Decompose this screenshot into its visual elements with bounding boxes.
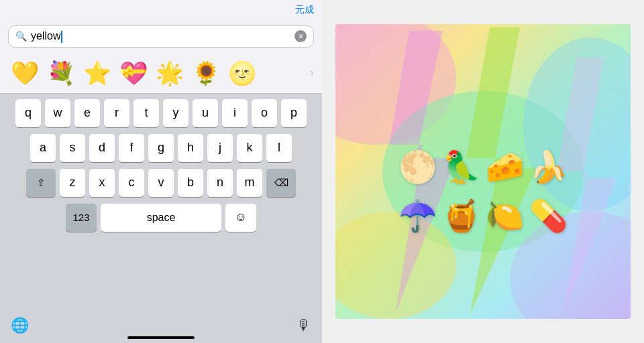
album-emoji-pill: 💊 (529, 198, 568, 234)
key-c[interactable]: c (119, 169, 144, 197)
clear-button[interactable]: ✕ (294, 30, 307, 42)
key-j[interactable]: j (207, 134, 233, 162)
globe-icon[interactable]: 🌐 (11, 317, 29, 334)
key-r[interactable]: r (104, 99, 129, 127)
space-key[interactable]: space (101, 204, 221, 232)
numbers-key[interactable]: 123 (66, 204, 97, 232)
key-m[interactable]: m (237, 169, 262, 197)
key-e[interactable]: e (74, 99, 100, 127)
scroll-arrow-icon: › (310, 66, 314, 80)
key-d[interactable]: d (89, 134, 115, 162)
album-emoji-lemon: 🍋 (486, 198, 524, 234)
keyboard-area: q w e r t y u i o p a s d f g h j k l ⇧ … (0, 94, 322, 308)
key-a[interactable]: a (30, 134, 56, 162)
emoji-result-heartsparkle[interactable]: 💝 (117, 58, 150, 88)
album-emoji-cheese: 🧀 (486, 149, 524, 185)
key-w[interactable]: w (45, 99, 70, 127)
album-emoji-umbrella: ☂️ (398, 198, 437, 234)
key-l[interactable]: l (266, 134, 292, 162)
album-panel: 🌕 🦜 🧀 🍌 ☂️ 🍯 🍋 💊 (322, 0, 644, 343)
key-z[interactable]: z (60, 169, 85, 197)
album-emoji-grid-bottom: ☂️ 🍯 🍋 💊 (392, 191, 574, 241)
emoji-results-row: 💛 💐 ⭐ 💝 🌟 🌻 🌝 › (0, 53, 322, 94)
emoji-result-heart[interactable]: 💛 (8, 58, 42, 88)
key-row-4: 123 space ☺ (3, 204, 319, 232)
key-row-3: ⇧ z x c v b n m ⌫ (3, 169, 319, 197)
album-emoji-honey: 🍯 (442, 198, 480, 234)
emoji-result-sunflower[interactable]: 🌻 (189, 58, 223, 88)
keyboard-panel: 元成 🔍 yellow ✕ 💛 💐 ⭐ 💝 🌟 🌻 🌝 › q w e r t … (0, 0, 322, 343)
search-bar: 🔍 yellow ✕ (0, 20, 322, 53)
key-b[interactable]: b (178, 169, 203, 197)
album-emoji-ball: 🌕 (398, 149, 437, 185)
key-k[interactable]: k (237, 134, 262, 162)
top-bar: 元成 (0, 0, 322, 20)
key-p[interactable]: p (281, 99, 307, 127)
key-y[interactable]: y (163, 99, 189, 127)
emoji-key[interactable]: ☺ (225, 204, 256, 232)
search-container[interactable]: 🔍 yellow ✕ (8, 25, 314, 48)
action-label[interactable]: 元成 (295, 4, 314, 16)
key-g[interactable]: g (148, 134, 174, 162)
search-icon: 🔍 (15, 31, 27, 42)
mic-icon[interactable]: 🎙 (297, 317, 311, 334)
shift-key[interactable]: ⇧ (26, 169, 56, 197)
key-i[interactable]: i (222, 99, 248, 127)
key-s[interactable]: s (60, 134, 85, 162)
key-x[interactable]: x (89, 169, 115, 197)
emoji-result-moon[interactable]: 🌝 (225, 58, 259, 88)
key-t[interactable]: t (133, 99, 159, 127)
key-v[interactable]: v (148, 169, 174, 197)
key-u[interactable]: u (193, 99, 218, 127)
album-emoji-grid-top: 🌕 🦜 🧀 🍌 (392, 142, 574, 192)
album-emoji-parrot: 🦜 (442, 149, 480, 185)
key-f[interactable]: f (119, 134, 144, 162)
album-art: 🌕 🦜 🧀 🍌 ☂️ 🍯 🍋 💊 (335, 24, 631, 319)
key-q[interactable]: q (15, 99, 41, 127)
emoji-result-glowstar[interactable]: 🌟 (153, 58, 186, 88)
delete-key[interactable]: ⌫ (266, 169, 296, 197)
emoji-result-flowers[interactable]: 💐 (44, 58, 78, 88)
key-n[interactable]: n (207, 169, 233, 197)
key-row-2: a s d f g h j k l (3, 134, 319, 162)
album-emoji-banana: 🍌 (529, 149, 568, 185)
search-input-text: yellow (31, 30, 290, 43)
key-row-1: q w e r t y u i o p (3, 99, 319, 127)
key-h[interactable]: h (178, 134, 203, 162)
home-indicator (127, 336, 195, 339)
key-o[interactable]: o (252, 99, 277, 127)
emoji-result-star[interactable]: ⭐ (80, 58, 114, 88)
